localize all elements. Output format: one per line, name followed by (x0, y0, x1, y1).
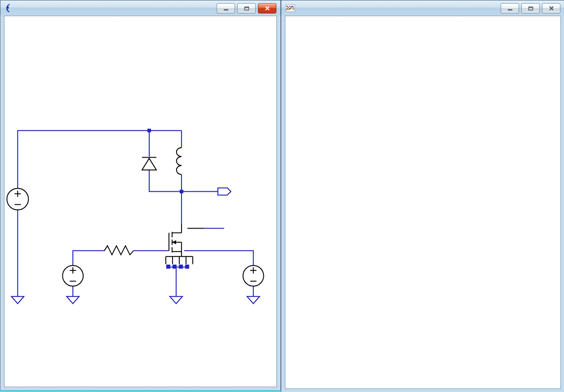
net-flag-d[interactable] (218, 188, 231, 195)
junction-dot (179, 264, 183, 269)
ground-icon[interactable] (67, 296, 79, 304)
components (7, 148, 263, 286)
junction-dot (147, 129, 151, 132)
ground-icon[interactable] (247, 296, 260, 304)
waveform-titlebar[interactable] (281, 0, 564, 16)
mosfet-body-arrow (172, 240, 176, 244)
schematic-drawing (4, 16, 276, 387)
maximize-button[interactable] (521, 3, 540, 13)
ground-icon[interactable] (11, 296, 24, 304)
wire-d1-bottom[interactable] (149, 170, 218, 192)
wire-vin-rail[interactable] (18, 131, 182, 189)
schematic-canvas[interactable] (4, 16, 277, 387)
close-icon (265, 6, 270, 11)
ground-symbols (11, 296, 259, 304)
waveform-plot (285, 16, 560, 388)
diode-d1[interactable] (142, 158, 156, 170)
ltspice-waveform-icon (285, 3, 295, 13)
minimize-icon (507, 6, 513, 11)
minimize-button[interactable] (217, 3, 235, 13)
maximize-icon (528, 6, 533, 11)
maximize-button[interactable] (237, 3, 256, 13)
desktop (0, 0, 564, 392)
wire-tc-vin1[interactable] (184, 251, 253, 265)
close-button[interactable] (542, 3, 560, 13)
junction-dot (173, 264, 177, 269)
inductor-l1[interactable] (177, 148, 182, 175)
junctions (147, 129, 189, 269)
mosfet-source-pins (166, 256, 193, 264)
taskbar-edge (0, 390, 281, 392)
resistor-rg[interactable] (104, 246, 133, 255)
close-button[interactable] (258, 3, 276, 13)
voltage-source-vtr[interactable] (62, 265, 83, 286)
minimize-icon (223, 6, 229, 11)
waveform-canvas[interactable] (285, 16, 561, 389)
mosfet-u1[interactable] (166, 224, 204, 264)
wire-vtr-rg[interactable] (73, 251, 104, 265)
schematic-titlebar[interactable] (0, 0, 280, 16)
close-icon (549, 6, 554, 11)
junction-dot (185, 264, 189, 269)
maximize-icon (244, 6, 249, 11)
schematic-window (0, 0, 281, 391)
ground-icon[interactable] (170, 296, 182, 304)
ltspice-schematic-icon (4, 3, 14, 13)
junction-dot (180, 190, 183, 194)
voltage-source-vin[interactable] (7, 189, 28, 210)
wires[interactable] (18, 131, 253, 297)
minimize-button[interactable] (501, 3, 519, 13)
waveform-window (281, 0, 564, 392)
junction-dot (166, 264, 170, 269)
voltage-source-vin1[interactable] (243, 265, 264, 286)
